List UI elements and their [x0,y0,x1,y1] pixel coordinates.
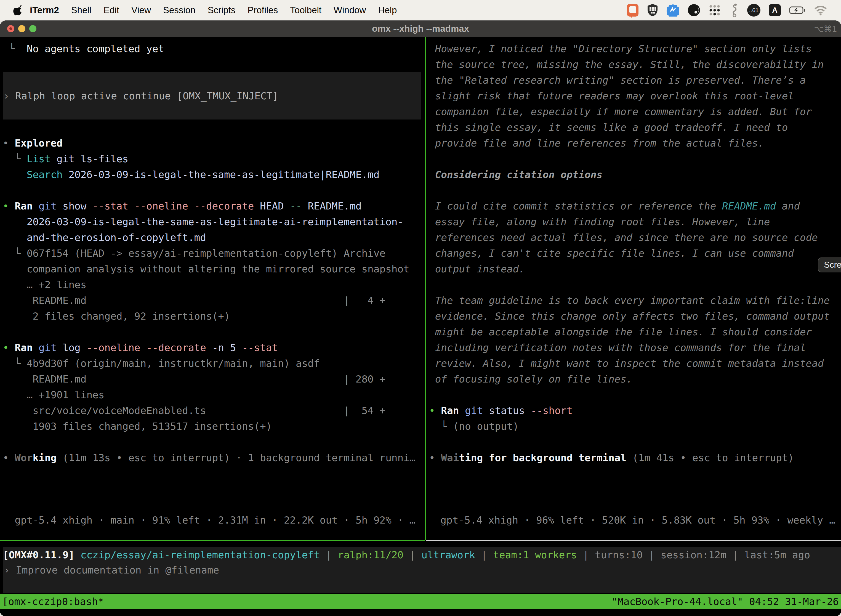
right-terminal-pane[interactable]: However, I noticed the "Directory Struct… [426,37,841,540]
terminal-line: └ (no output) [429,418,841,434]
text-segment: Wai [441,452,459,463]
menu-bar: iTerm2ShellEditViewSessionScriptsProfile… [0,0,841,21]
text-segment: -n 5 [206,342,236,353]
terminal-line: The team guideline is to back every impo… [429,293,841,308]
text-segment: [OMX#0.11.9] [3,549,75,560]
dots-grid-icon[interactable] [709,4,721,16]
tmux-host-clock: "MacBook-Pro-44.local" 04:52 31-Mar-26 [611,596,839,607]
text-segment: -- [284,200,302,212]
text-segment: this single essay, it seems like a good … [429,122,788,133]
right-model-status: gpt-5.4 xhigh · 96% left · 520K in · 5.8… [428,513,835,527]
text-segment: • [429,452,441,463]
menu-item-iterm2[interactable]: iTerm2 [30,5,59,15]
inactive-pane-border [426,540,841,541]
terminal-line: provide file and line references from th… [429,135,841,151]
text-segment: … +1901 lines [3,389,104,400]
dark-circle-icon[interactable] [687,4,700,16]
terminal-line: 2026-03-09-is-legal-the-same-as-legitima… [3,214,425,230]
terminal-line: └ 4b9d30f (origin/main, instructkr/main,… [3,355,425,371]
terminal-line: • Explored [3,135,425,151]
terminal-line: might be acceptable alongside the file l… [429,324,841,340]
menubar-status-icons: ..61 A [627,0,827,21]
text-segment: However, I noticed the "Directory Struct… [429,43,812,54]
text-segment: references need actual files, and since … [429,232,818,243]
menu-item-scripts[interactable]: Scripts [208,5,235,15]
terminal-line: of focusing solely on file lines. [429,371,841,387]
assistant-badge-icon[interactable]: A [769,4,781,16]
text-segment: and-the-erosion-of-copyleft.md [3,232,206,243]
tmux-window-name[interactable]: [omx-cczip0:bash* [2,596,104,607]
blue-badge-icon[interactable] [667,4,679,16]
terminal-line [3,434,425,450]
menu-item-session[interactable]: Session [163,5,195,15]
text-segment: session:12m [661,549,732,560]
text-segment: team:1 workers [493,549,583,560]
active-pane-border [0,540,425,541]
iterm-window: omx --xhigh --madmax ⌥⌘1 └ No agents com… [0,21,841,616]
text-segment: README.md [302,200,362,212]
text-segment: › [3,88,15,104]
text-segment: (1m 41s • esc to interrupt) [626,452,794,463]
text-segment: turns:10 [595,549,649,560]
terminal-line: src/voice/voiceModeEnabled.ts | 54 + [3,403,425,418]
text-segment: companion file, especially if more comme… [429,106,812,117]
menu-item-window[interactable]: Window [334,5,366,15]
window-title: omx --xhigh --madmax [0,21,841,37]
terminal-line [3,57,425,72]
terminal-line [429,182,841,198]
screen-share-popover[interactable]: Scre [818,258,841,273]
text-segment: README.md | 280 + [3,373,385,385]
text-segment: | [583,549,595,560]
text-segment: 2026-03-09-is-legal-the-same-as-legitima… [3,216,403,227]
terminal-line: the source tree, missing the essay. Stil… [429,57,841,72]
text-segment: ting for background terminal [459,452,626,463]
text-segment: | [649,549,661,560]
screen-record-icon[interactable] [627,4,639,16]
menu-item-edit[interactable]: Edit [104,5,119,15]
text-segment: Ran [441,405,459,416]
text-segment: and [776,200,800,212]
terminal-line [429,151,841,167]
hook-icon[interactable] [729,3,739,17]
text-segment: • [3,200,15,212]
title-bar[interactable]: omx --xhigh --madmax ⌥⌘1 [0,21,841,37]
apple-logo-icon[interactable] [13,5,23,16]
menu-item-help[interactable]: Help [378,5,397,15]
text-segment: Ran [15,200,32,212]
screen-share-label: Scre [824,260,841,270]
text-segment: provide file and line references from th… [429,138,764,149]
terminal-line [3,324,425,340]
text-segment: 1903 files changed, 513517 insertions(+) [3,421,272,432]
text-segment: --short [525,405,573,416]
terminal-line: the "Related research writing" section i… [429,72,841,88]
terminal-line [429,387,841,403]
pane-divider[interactable] [425,37,426,540]
menu-item-shell[interactable]: Shell [71,5,91,15]
wifi-icon[interactable] [814,5,827,15]
text-segment: | [325,549,337,560]
terminal-line [3,119,425,135]
text-segment: status [483,405,525,416]
terminal-line: output instead. [429,261,841,277]
menu-item-view[interactable]: View [131,5,151,15]
left-terminal-pane[interactable]: └ No agents completed yet› Ralph loop ac… [0,37,425,540]
text-segment: git [32,342,57,353]
terminal-line: Considering citation options [429,167,841,182]
counter-badge-icon[interactable]: ..61 [747,4,760,16]
text-segment: git ls-files [50,153,128,164]
text-segment: README.md [722,200,776,212]
menu-item-profiles[interactable]: Profiles [248,5,278,15]
text-segment: git [32,200,57,212]
text-segment: src/voice/voiceModeEnabled.ts | 54 + [3,405,385,416]
text-segment: 2026-03-09-is-legal-the-same-as-legitima… [63,169,379,180]
text-segment: HEAD [254,200,284,212]
text-segment: the "Related research writing" section i… [429,75,806,86]
text-segment: └ 067f154 (HEAD -> essay/ai-reimplementa… [3,248,385,259]
battery-icon[interactable] [789,6,806,14]
text-segment: 2 files changed, 92 insertions(+) [3,311,230,322]
text-segment: might be acceptable alongside the file l… [429,326,812,337]
text-segment: └ 4b9d30f (origin/main, instructkr/main,… [3,358,320,369]
menu-item-toolbelt[interactable]: Toolbelt [290,5,321,15]
text-segment: including verification notes with those … [429,342,806,353]
shield-grid-icon[interactable] [647,4,658,17]
